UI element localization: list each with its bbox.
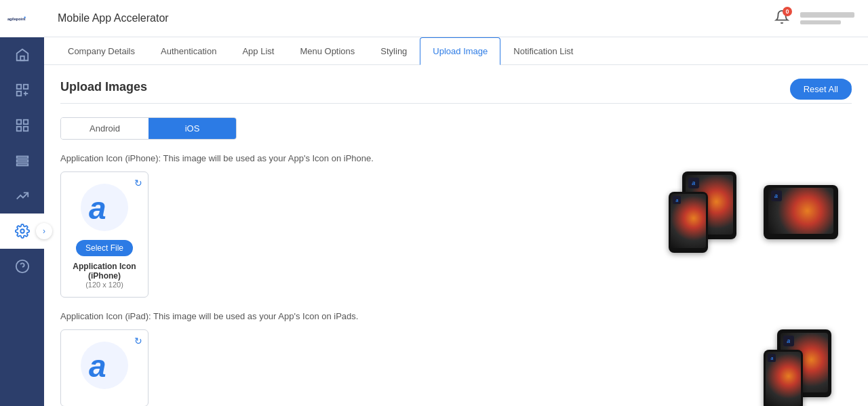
sidebar-collapse-toggle[interactable]: › bbox=[36, 223, 52, 239]
sidebar-nav: › bbox=[0, 37, 44, 406]
iphone-select-file-button[interactable]: Select File bbox=[76, 240, 133, 256]
page-header-left: Upload Images bbox=[60, 80, 147, 94]
reset-all-button[interactable]: Reset All bbox=[790, 79, 852, 100]
tab-upload-image[interactable]: Upload Image bbox=[420, 37, 500, 65]
iphone-upload-area: ↻ a Select File Application Icon (iPhone… bbox=[60, 171, 852, 298]
ipad-stacked-preview: a a bbox=[764, 329, 838, 406]
header: Mobile App Accelerator 0 bbox=[44, 0, 868, 37]
tab-styling[interactable]: Styling bbox=[368, 37, 420, 65]
svg-text:agilepoint: agilepoint bbox=[7, 17, 26, 21]
apps-icon bbox=[15, 118, 30, 133]
header-right: 0 bbox=[774, 9, 854, 27]
sidebar: agilepoint bbox=[0, 0, 44, 406]
ipad-refresh-icon[interactable]: ↻ bbox=[134, 336, 142, 346]
sidebar-item-settings[interactable]: › bbox=[0, 214, 44, 249]
iphone-stacked-preview: a a bbox=[669, 171, 743, 253]
ipad-upload-box: ↻ a bbox=[60, 329, 149, 406]
iphone-upload-box: ↻ a Select File Application Icon (iPhone… bbox=[60, 171, 149, 298]
iphone-upload-section: Application Icon (iPhone): This image wi… bbox=[60, 153, 852, 298]
iphone-box-name: Application Icon (iPhone) bbox=[69, 262, 140, 281]
iphone-refresh-icon[interactable]: ↻ bbox=[134, 178, 142, 188]
iphone-box-size: (120 x 120) bbox=[85, 281, 123, 289]
ipad-upload-section: Application Icon (iPad): This image will… bbox=[60, 311, 852, 406]
tab-app-list[interactable]: App List bbox=[229, 37, 287, 65]
tabs-bar: Company Details Authentication App List … bbox=[44, 37, 868, 65]
page-title: Upload Images bbox=[60, 80, 147, 94]
sidebar-item-chart[interactable] bbox=[0, 178, 44, 214]
svg-rect-12 bbox=[16, 157, 28, 159]
svg-rect-2 bbox=[20, 56, 24, 60]
iphone-label: Application Icon (iPhone): This image wi… bbox=[60, 153, 852, 163]
logo-area: agilepoint bbox=[0, 0, 44, 37]
ios-tab[interactable]: iOS bbox=[149, 118, 236, 139]
list-icon bbox=[15, 153, 30, 168]
tab-notification-list[interactable]: Notification List bbox=[500, 37, 586, 65]
ipad-icon-preview: a bbox=[77, 338, 132, 392]
svg-point-1 bbox=[24, 16, 25, 18]
notification-bell[interactable]: 0 bbox=[774, 9, 789, 27]
svg-rect-10 bbox=[16, 127, 20, 131]
svg-rect-9 bbox=[23, 120, 27, 124]
settings-icon bbox=[15, 224, 30, 239]
content-area: Company Details Authentication App List … bbox=[44, 37, 868, 406]
ipad-label: Application Icon (iPad): This image will… bbox=[60, 311, 852, 321]
agilepoint-a-icon: a bbox=[81, 184, 128, 231]
platform-toggle: Android iOS bbox=[60, 117, 237, 140]
ipad-upload-area: ↻ a bbox=[60, 329, 852, 406]
page-content: Upload Images ⓘ Android iOS Reset All Ap… bbox=[44, 65, 868, 406]
agilepoint-logo: agilepoint bbox=[7, 9, 37, 28]
main-area: Mobile App Accelerator 0 Company Details… bbox=[44, 0, 868, 406]
svg-rect-11 bbox=[23, 127, 27, 131]
svg-point-15 bbox=[20, 229, 24, 233]
sidebar-item-apps[interactable] bbox=[0, 108, 44, 143]
svg-rect-3 bbox=[16, 85, 20, 89]
page-header: Upload Images ⓘ bbox=[60, 79, 852, 104]
sidebar-item-list[interactable] bbox=[0, 143, 44, 178]
help-icon bbox=[15, 259, 30, 274]
sidebar-item-help[interactable] bbox=[0, 249, 44, 284]
svg-text:a: a bbox=[89, 190, 106, 226]
chart-icon bbox=[15, 188, 30, 203]
ipad-landscape-preview: a bbox=[764, 185, 838, 239]
sidebar-item-home[interactable] bbox=[0, 37, 44, 73]
svg-text:a: a bbox=[89, 348, 106, 384]
svg-rect-5 bbox=[16, 92, 20, 96]
svg-rect-4 bbox=[23, 85, 27, 89]
iphone-icon-preview: a bbox=[77, 180, 132, 235]
svg-rect-8 bbox=[16, 120, 20, 124]
svg-rect-13 bbox=[16, 160, 28, 162]
android-tab[interactable]: Android bbox=[61, 118, 149, 139]
agilepoint-a-icon-ipad: a bbox=[81, 342, 128, 389]
svg-rect-14 bbox=[16, 164, 28, 166]
home-icon bbox=[15, 47, 30, 62]
tab-authentication[interactable]: Authentication bbox=[148, 37, 229, 65]
dashboard-plus-icon bbox=[15, 83, 30, 98]
notification-count: 0 bbox=[783, 7, 792, 16]
user-avatar bbox=[800, 12, 854, 24]
app-title: Mobile App Accelerator bbox=[58, 12, 169, 24]
tab-company-details[interactable]: Company Details bbox=[55, 37, 148, 65]
sidebar-item-dashboard-plus[interactable] bbox=[0, 73, 44, 108]
tab-menu-options[interactable]: Menu Options bbox=[287, 37, 368, 65]
